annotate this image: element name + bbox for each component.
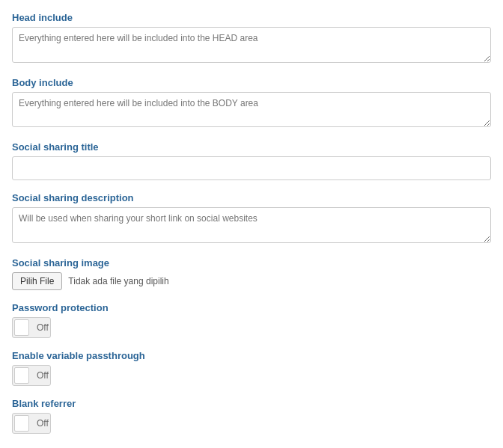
variable-passthrough-section: Enable variable passthrough Off xyxy=(12,350,491,386)
password-protection-section: Password protection Off xyxy=(12,302,491,338)
blank-referrer-section: Blank referrer Off xyxy=(12,398,491,434)
body-include-label: Body include xyxy=(12,77,491,88)
blank-referrer-track: Off xyxy=(12,413,51,434)
body-include-wrapper xyxy=(12,92,491,130)
password-protection-thumb xyxy=(14,319,29,336)
password-protection-toggle-row: Off xyxy=(12,317,491,338)
blank-referrer-label: Blank referrer xyxy=(12,398,491,409)
password-protection-label: Password protection xyxy=(12,302,491,313)
blank-referrer-thumb xyxy=(14,415,29,432)
file-choose-button[interactable]: Pilih File xyxy=(12,272,62,290)
head-include-textarea[interactable] xyxy=(12,27,491,63)
social-image-section: Social sharing image Pilih File Tidak ad… xyxy=(12,257,491,290)
body-include-section: Body include xyxy=(12,77,491,130)
head-include-wrapper xyxy=(12,27,491,65)
variable-passthrough-toggle-row: Off xyxy=(12,365,491,386)
variable-passthrough-thumb xyxy=(14,367,29,384)
social-title-label: Social sharing title xyxy=(12,141,491,153)
blank-referrer-toggle-row: Off xyxy=(12,413,491,434)
social-image-label: Social sharing image xyxy=(12,257,491,269)
head-include-section: Head include xyxy=(12,12,491,65)
variable-passthrough-track: Off xyxy=(12,365,51,386)
password-protection-toggle[interactable]: Off xyxy=(12,317,51,338)
password-protection-track: Off xyxy=(12,317,51,338)
social-description-wrapper xyxy=(12,207,491,245)
social-title-section: Social sharing title xyxy=(12,141,491,180)
variable-passthrough-label: Enable variable passthrough xyxy=(12,350,491,361)
head-include-label: Head include xyxy=(12,12,491,23)
password-protection-toggle-label: Off xyxy=(37,322,49,333)
social-description-textarea[interactable] xyxy=(12,207,491,243)
file-upload-row: Pilih File Tidak ada file yang dipilih xyxy=(12,272,491,290)
file-no-selection-label: Tidak ada file yang dipilih xyxy=(68,276,168,286)
blank-referrer-toggle-label: Off xyxy=(37,418,49,429)
variable-passthrough-toggle-label: Off xyxy=(37,370,49,381)
body-include-textarea[interactable] xyxy=(12,92,491,128)
variable-passthrough-toggle[interactable]: Off xyxy=(12,365,51,386)
social-title-input[interactable] xyxy=(12,156,491,180)
social-description-label: Social sharing description xyxy=(12,192,491,203)
blank-referrer-toggle[interactable]: Off xyxy=(12,413,51,434)
social-description-section: Social sharing description xyxy=(12,192,491,245)
